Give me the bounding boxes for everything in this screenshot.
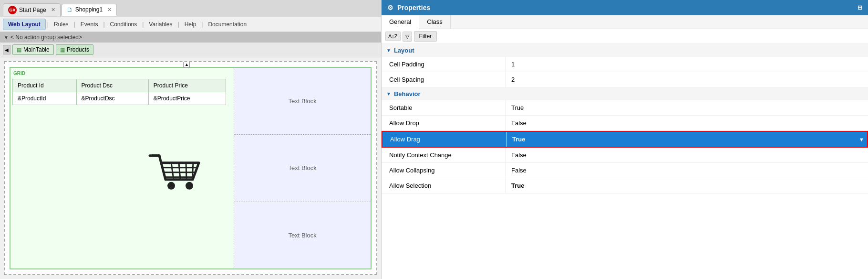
help-button[interactable]: Help <box>181 19 200 30</box>
shopping-cart-icon <box>147 149 205 196</box>
prop-allow-selection: Allow Selection True <box>382 178 868 193</box>
cart-image-area <box>147 149 205 198</box>
behavior-collapse-icon: ▼ <box>386 91 391 97</box>
col-product-dsc: Product Dsc <box>76 79 148 92</box>
rules-button[interactable]: Rules <box>50 19 72 30</box>
table-icon-products: ▦ <box>60 47 65 53</box>
prop-cell-padding: Cell Padding 1 <box>382 57 868 72</box>
left-panel: GX Start Page ✕ 🗋 Shopping1 ✕ Web Layout… <box>0 0 382 279</box>
tab-start-page-close[interactable]: ✕ <box>51 7 55 13</box>
prop-notify-context-name: Notify Context Change <box>382 148 506 162</box>
prop-cell-spacing-name: Cell Spacing <box>382 72 506 87</box>
props-toolbar: A↕Z ▽ Filter <box>382 29 868 44</box>
variables-button[interactable]: Variables <box>145 19 176 30</box>
breadcrumb-main-table-label: MainTable <box>23 46 50 53</box>
cell-product-dsc: &ProductDsc <box>76 92 148 105</box>
action-group-label: < No action group selected> <box>10 34 82 41</box>
properties-title: Properties <box>397 4 430 11</box>
properties-tabs: General Class <box>382 15 868 29</box>
prop-allow-selection-name: Allow Selection <box>382 178 506 193</box>
properties-header: ⚙ Properties ⊟ <box>382 0 868 15</box>
documentation-button[interactable]: Documentation <box>204 19 250 30</box>
text-block-1: Text Block <box>234 68 371 135</box>
allow-drag-dropdown-icon[interactable]: ▼ <box>859 137 867 142</box>
tab-bar: GX Start Page ✕ 🗋 Shopping1 ✕ <box>0 0 381 17</box>
prop-allow-drag[interactable]: Allow Drag True ▼ <box>382 131 868 148</box>
action-group-arrow-icon: ▼ <box>4 35 9 40</box>
sort-az-button[interactable]: A↕Z <box>385 32 401 41</box>
right-text-blocks: Text Block Text Block Text Block <box>234 68 371 268</box>
section-behavior-label: Behavior <box>394 90 421 97</box>
text-block-2: Text Block <box>234 135 371 202</box>
conditions-button[interactable]: Conditions <box>106 19 141 30</box>
breadcrumb-main-table[interactable]: ▦ MainTable <box>12 44 54 55</box>
col-product-id: Product Id <box>13 79 77 92</box>
prop-sortable-name: Sortable <box>382 100 506 115</box>
text-block-3: Text Block <box>234 202 371 268</box>
prop-cell-spacing-value[interactable]: 2 <box>506 72 868 87</box>
prop-allow-drop: Allow Drop False <box>382 116 868 131</box>
breadcrumb-products-label: Products <box>67 46 89 53</box>
main-toolbar: Web Layout | Rules | Events | Conditions… <box>0 17 381 32</box>
section-layout-label: Layout <box>394 47 414 54</box>
svg-point-8 <box>167 182 175 190</box>
cell-product-price: &ProductPrice <box>148 92 226 105</box>
col-product-price: Product Price <box>148 79 226 92</box>
section-behavior[interactable]: ▼ Behavior <box>382 87 868 100</box>
gear-icon: ⚙ <box>387 4 393 11</box>
prop-cell-padding-value[interactable]: 1 <box>506 57 868 72</box>
web-layout-button[interactable]: Web Layout <box>3 19 46 30</box>
tab-start-page[interactable]: GX Start Page ✕ <box>3 3 61 16</box>
tab-shopping1-icon: 🗋 <box>67 6 73 13</box>
cell-product-id: &ProductId <box>13 92 77 105</box>
breadcrumb-products[interactable]: ▦ Products <box>56 44 93 55</box>
filter-funnel-button[interactable]: ▽ <box>403 32 412 42</box>
filter-button[interactable]: Filter <box>414 31 437 42</box>
prop-allow-selection-value[interactable]: True <box>506 178 868 193</box>
prop-cell-spacing: Cell Spacing 2 <box>382 72 868 87</box>
table-icon-main: ▦ <box>17 47 21 53</box>
section-layout[interactable]: ▼ Layout <box>382 44 868 57</box>
prop-allow-drop-name: Allow Drop <box>382 116 506 130</box>
action-group-bar: ▼ < No action group selected> <box>0 32 381 43</box>
collapse-button[interactable]: ⊟ <box>858 4 862 11</box>
properties-body: ▼ Layout Cell Padding 1 Cell Spacing 2 ▼… <box>382 44 868 279</box>
prop-allow-drag-value[interactable]: True <box>506 132 859 147</box>
table-data-row: &ProductId &ProductDsc &ProductPrice <box>13 92 226 105</box>
prop-allow-collapsing-value[interactable]: False <box>506 163 868 178</box>
svg-point-9 <box>186 182 193 190</box>
tab-shopping1[interactable]: 🗋 Shopping1 ✕ <box>62 4 117 16</box>
resize-handle-top[interactable]: ▲ <box>183 61 190 68</box>
svg-line-5 <box>186 163 186 180</box>
prop-notify-context: Notify Context Change False <box>382 148 868 163</box>
tab-general[interactable]: General <box>382 15 419 29</box>
tab-start-page-label: Start Page <box>19 7 46 13</box>
right-panel: ⚙ Properties ⊟ General Class A↕Z ▽ Filte… <box>382 0 868 279</box>
breadcrumb-bar: ◀ ▦ MainTable ▦ Products <box>0 43 381 57</box>
table-header-row: Product Id Product Dsc Product Price <box>13 79 226 92</box>
svg-line-6 <box>192 163 193 180</box>
prop-notify-context-value[interactable]: False <box>506 148 868 162</box>
tab-class[interactable]: Class <box>419 15 451 29</box>
layout-collapse-icon: ▼ <box>386 48 391 53</box>
prop-allow-drop-value[interactable]: False <box>506 116 868 130</box>
breadcrumb-back-button[interactable]: ◀ <box>3 45 10 54</box>
tab-shopping1-label: Shopping1 <box>75 6 103 13</box>
grid-container: GRID ▲ Product Id Product Dsc Product Pr… <box>10 67 372 269</box>
prop-allow-collapsing-name: Allow Collapsing <box>382 163 506 178</box>
canvas-area: GRID ▲ Product Id Product Dsc Product Pr… <box>4 61 377 275</box>
prop-allow-collapsing: Allow Collapsing False <box>382 163 868 178</box>
prop-sortable-value[interactable]: True <box>506 100 868 115</box>
events-button[interactable]: Events <box>77 19 102 30</box>
tab-shopping1-close[interactable]: ✕ <box>107 7 112 13</box>
prop-allow-drag-name: Allow Drag <box>382 132 506 147</box>
prop-sortable: Sortable True <box>382 100 868 116</box>
grid-table: Product Id Product Dsc Product Price &Pr… <box>12 79 226 105</box>
prop-cell-padding-name: Cell Padding <box>382 57 506 72</box>
gx-logo-icon: GX <box>8 6 17 14</box>
